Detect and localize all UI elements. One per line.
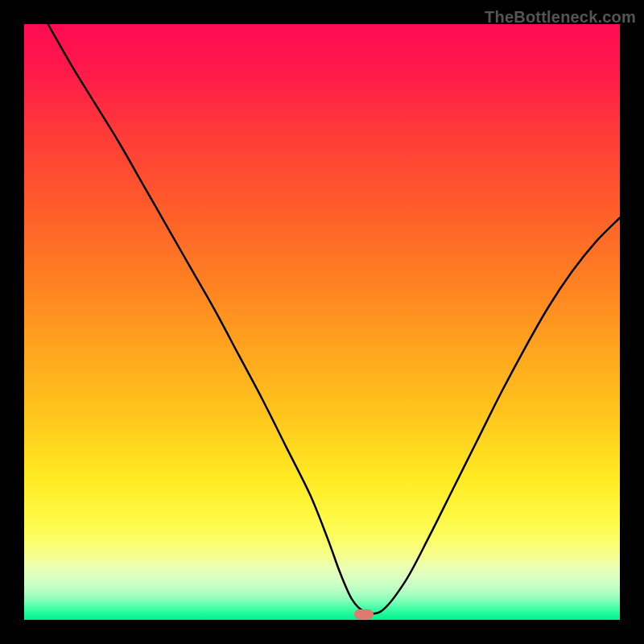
optimum-marker bbox=[354, 609, 374, 619]
bottleneck-curve bbox=[24, 24, 620, 620]
chart-frame: TheBottleneck.com bbox=[0, 0, 644, 644]
watermark-text: TheBottleneck.com bbox=[485, 8, 636, 27]
plot-area bbox=[24, 24, 620, 620]
